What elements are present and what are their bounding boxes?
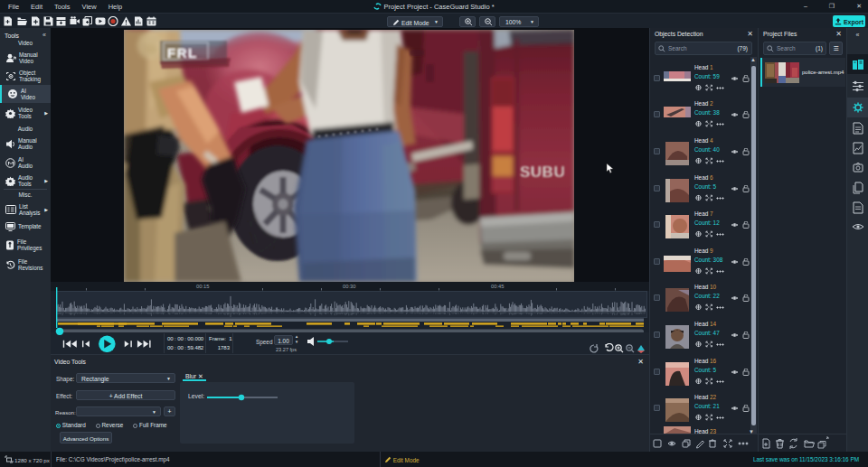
svg-text:SUBU: SUBU [520, 163, 565, 181]
svg-text:FRL: FRL [167, 45, 198, 61]
